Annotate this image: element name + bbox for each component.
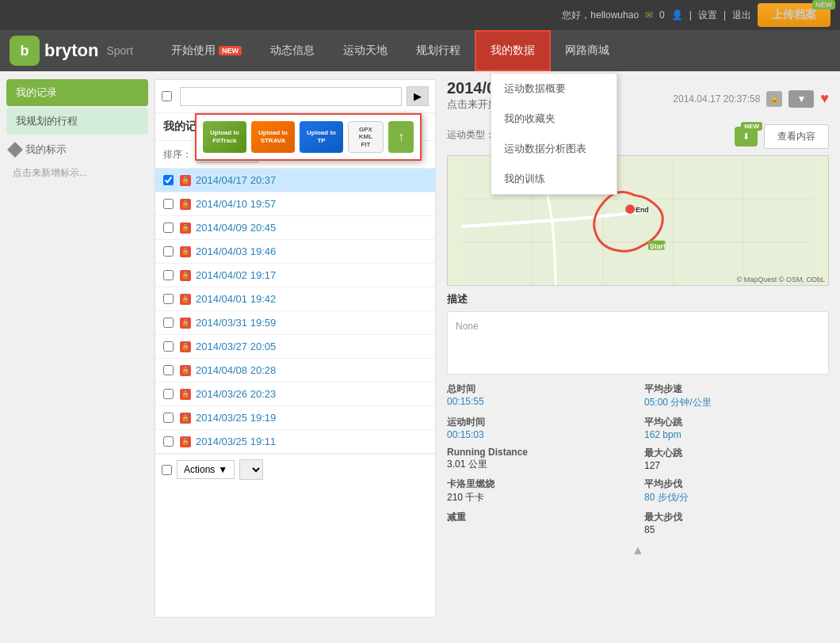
actions-select[interactable] [239, 459, 263, 480]
heart-button[interactable]: ♥ [820, 90, 829, 107]
stat-item-avg-cadence: 平均步伐 80 步伐/分 [644, 477, 829, 504]
record-item[interactable]: 🔒 2014/04/09 20:45 [155, 216, 435, 240]
mail-count: 0 [659, 10, 665, 21]
sidebar-add-marker[interactable]: 点击来新增标示... [6, 163, 148, 183]
select-all-checkbox[interactable] [162, 91, 172, 101]
stat-item-calories: 卡洛里燃烧 210 千卡 [447, 477, 632, 504]
record-item[interactable]: 🔒 2014/03/25 19:19 [155, 406, 435, 430]
lock-icon: 🔓 [180, 436, 191, 447]
record-checkbox[interactable] [163, 270, 174, 280]
record-item[interactable]: 🔒 2014/04/17 20:37 [155, 169, 435, 192]
upload-gpx-button[interactable]: GPXKMLFIT [348, 121, 384, 153]
nav-item-activity[interactable]: 动态信息 [256, 30, 329, 71]
record-checkbox[interactable] [163, 436, 174, 447]
lock-icon: 🔒 [180, 389, 191, 400]
nav-item-mydata[interactable]: 我的数据 运动数据概要 我的收藏夹 运动数据分析图表 我的训练 [475, 30, 551, 71]
description-section: None [447, 311, 829, 375]
detail-top-right: 2014.04.17 20:37:58 🔓 ▼ ♥ [673, 90, 829, 108]
record-link[interactable]: 2014/04/02 19:17 [196, 269, 276, 281]
dd-item-charts[interactable]: 运动数据分析图表 [491, 134, 617, 164]
record-link[interactable]: 2014/04/03 19:46 [196, 245, 276, 257]
record-link[interactable]: 2014/04/17 20:37 [196, 174, 276, 186]
record-link[interactable]: 2014/04/10 19:57 [196, 198, 276, 210]
mail-icon: ✉ [645, 10, 653, 21]
record-checkbox[interactable] [163, 175, 174, 185]
scroll-down-icon[interactable]: ▲ [632, 543, 644, 557]
upload-arrow-button[interactable]: ↑ [388, 121, 414, 153]
nav-item-shop[interactable]: 网路商城 [551, 30, 624, 71]
sidebar-item-records[interactable]: 我的记录 [6, 79, 148, 106]
nav-item-sport[interactable]: 运动天地 [329, 30, 402, 71]
record-link[interactable]: 2014/03/25 19:11 [196, 436, 276, 447]
record-link[interactable]: 2014/04/01 19:42 [196, 293, 276, 305]
lock-open-icon[interactable]: 🔓 [766, 91, 782, 107]
download-button[interactable]: ⬇ NEW [735, 127, 758, 146]
record-item[interactable]: 🔒 2014/03/31 19:59 [155, 311, 435, 335]
logout-link[interactable]: 退出 [732, 9, 751, 22]
stat-item-avg-hr: 平均心跳 162 bpm [644, 416, 829, 440]
settings-link[interactable]: 设置 [698, 9, 717, 22]
dd-item-summary[interactable]: 运动数据概要 [491, 74, 617, 104]
record-checkbox[interactable] [163, 223, 174, 233]
record-checkbox[interactable] [163, 199, 174, 209]
stat-item-max-hr: 最大心跳 127 [644, 447, 829, 471]
record-link[interactable]: 2014/03/31 19:59 [196, 317, 276, 329]
record-item[interactable]: 🔒 2014/04/01 19:42 [155, 287, 435, 311]
lock-icon: 🔒 [180, 270, 191, 281]
lock-icon: 🔒 [180, 175, 191, 186]
nav-new-badge: NEW [219, 46, 242, 55]
logo-text: bryton [44, 40, 98, 61]
record-link[interactable]: 2014/04/09 20:45 [196, 222, 276, 234]
upload-button[interactable]: 上传档案 NEW [758, 3, 830, 27]
separator: | [689, 10, 692, 21]
upload-strava-button[interactable]: Upload toSTRAVA [251, 121, 295, 153]
stat-item-distance: Running Distance 3.01 公里 [447, 447, 632, 471]
stats-grid: 总时间 00:15:55 平均步速 05:00 分钟/公里 运动时间 00:15… [447, 382, 829, 535]
record-checkbox[interactable] [163, 365, 174, 375]
description-label: 描述 [447, 292, 829, 306]
search-input[interactable] [180, 87, 402, 106]
stat-item-avg-pace: 平均步速 05:00 分钟/公里 [644, 382, 829, 409]
upload-tp-button[interactable]: Upload toTP [300, 121, 343, 153]
upload-new-badge: NEW [812, 0, 835, 10]
view-content-button[interactable]: 查看内容 [764, 124, 829, 149]
sidebar-markers-section: 我的标示 [6, 136, 148, 163]
record-link[interactable]: 2014/03/27 20:05 [196, 341, 276, 352]
record-checkbox[interactable] [163, 246, 174, 257]
logo-sport: Sport [106, 44, 132, 57]
lock-icon: 🔒 [180, 365, 191, 376]
record-checkbox[interactable] [163, 294, 174, 304]
record-checkbox[interactable] [163, 341, 174, 352]
record-item[interactable]: 🔒 2014/04/03 19:46 [155, 240, 435, 264]
dd-item-favorites[interactable]: 我的收藏夹 [491, 104, 617, 134]
sidebar-item-routes[interactable]: 我规划的行程 [6, 108, 148, 135]
lock-icon: 🔒 [180, 223, 191, 234]
map-credit: © MapQuest © OSM, ODbL [737, 276, 825, 283]
record-item[interactable]: 🔓 2014/03/25 19:11 [155, 430, 435, 454]
svg-text:End: End [636, 206, 649, 214]
mydata-dropdown: 运动数据概要 我的收藏夹 运动数据分析图表 我的训练 [491, 73, 617, 195]
footer-checkbox[interactable] [162, 465, 172, 475]
record-item[interactable]: 🔒 2014/04/08 20:28 [155, 359, 435, 382]
record-link[interactable]: 2014/04/08 20:28 [196, 364, 276, 376]
record-link[interactable]: 2014/03/26 20:23 [196, 388, 276, 400]
dd-item-training[interactable]: 我的训练 [491, 164, 617, 194]
record-checkbox[interactable] [163, 318, 174, 328]
record-item[interactable]: 🔒 2014/04/02 19:17 [155, 264, 435, 287]
separator2: | [724, 10, 726, 21]
download-new-badge: NEW [741, 122, 762, 131]
nav-item-plan[interactable]: 规划行程 [402, 30, 475, 71]
record-item[interactable]: 🔒 2014/04/10 19:57 [155, 192, 435, 216]
search-button[interactable]: ▶ [407, 86, 429, 106]
lock-icon: 🔒 [180, 341, 191, 352]
record-item[interactable]: 🔒 2014/03/26 20:23 [155, 382, 435, 406]
record-link[interactable]: 2014/03/25 19:19 [196, 412, 276, 424]
upload-fittrack-button[interactable]: Upload toFitTrack [203, 121, 246, 153]
record-checkbox[interactable] [163, 389, 174, 399]
actions-button[interactable]: Actions ▼ [177, 460, 235, 479]
record-item[interactable]: 🔒 2014/03/27 20:05 [155, 335, 435, 359]
record-checkbox[interactable] [163, 413, 174, 423]
stat-item-total-time: 总时间 00:15:55 [447, 382, 632, 409]
nav-item-start[interactable]: 开始使用 NEW [157, 30, 256, 71]
detail-dropdown-button[interactable]: ▼ [788, 90, 814, 108]
